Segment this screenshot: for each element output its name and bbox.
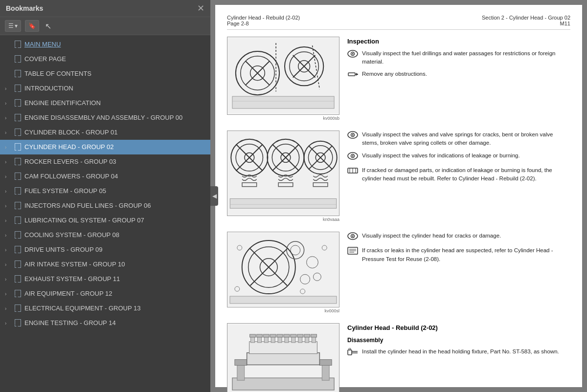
bookmark-label-engine-disassembly: ENGINE DISASSEMBLY AND ASSEMBLY - GROUP … (24, 114, 206, 122)
scraper-icon-svg (347, 70, 358, 78)
menu-icon: ☰ (8, 22, 14, 29)
svg-rect-101 (304, 334, 310, 337)
dropdown-icon: ▾ (15, 22, 18, 29)
section-4-subtitle: Disassembly (347, 336, 570, 345)
header-left: Cylinder Head - Rebuild (2-02) Page 2-8 (227, 15, 300, 26)
img-caption-1: kv000sb (227, 116, 339, 121)
chevron-icon: › (5, 174, 12, 179)
illustration-wrapper-3: kv000sl (227, 232, 339, 313)
bookmark-item-rocker-levers[interactable]: ›ROCKER LEVERS - GROUP 03 (0, 154, 210, 169)
cursor-icon: ↖ (45, 22, 51, 31)
chevron-icon: › (5, 189, 12, 194)
bookmark-label-air-intake: AIR INTAKE SYSTEM - GROUP 10 (24, 261, 206, 269)
bookmark-item-lubricating-oil[interactable]: ›LUBRICATING OIL SYSTEM - GROUP 07 (0, 213, 210, 228)
svg-rect-93 (250, 334, 256, 337)
bookmark-item-exhaust-system[interactable]: ›EXHAUST SYSTEM - GROUP 11 (0, 272, 210, 286)
svg-rect-18 (348, 73, 355, 76)
svg-rect-89 (292, 337, 295, 343)
illustration-1 (227, 37, 339, 115)
bookmark-icon: 🔖 (28, 22, 36, 29)
document-header: Cylinder Head - Rebuild (2-02) Page 2-8 … (227, 15, 570, 30)
bookmark-item-cover-page[interactable]: COVER PAGE (0, 52, 210, 66)
svg-rect-90 (298, 337, 302, 343)
bookmark-item-injectors-fuel-lines[interactable]: ›INJECTORS AND FUEL LINES - GROUP 06 (0, 198, 210, 213)
illustration-3-svg (227, 232, 339, 307)
illustration-wrapper-4: kv010sM (227, 323, 339, 392)
bookmark-item-cylinder-head[interactable]: ›CYLINDER HEAD - GROUP 02 (0, 140, 210, 154)
bookmark-item-table-of-contents[interactable]: TABLE OF CONTENTS (0, 66, 210, 81)
img-caption-2: kn0vaaa (227, 217, 339, 222)
svg-rect-40 (230, 198, 336, 208)
svg-rect-82 (249, 342, 317, 354)
section-2-row-2: Visually inspect the valves for indicati… (347, 152, 570, 162)
bookmarks-list: MAIN MENUCOVER PAGETABLE OF CONTENTS›INT… (0, 35, 210, 392)
svg-rect-67 (230, 296, 337, 304)
sidebar-header: Bookmarks ✕ (0, 0, 210, 17)
illustration-4 (227, 323, 339, 392)
bookmark-item-introduction[interactable]: ›INTRODUCTION (0, 81, 210, 96)
bookmark-item-cylinder-block[interactable]: ›CYLINDER BLOCK - GROUP 01 (0, 125, 210, 140)
header-section: Section 2 - Cylinder Head - Group 02 (482, 15, 570, 21)
chevron-icon: › (5, 277, 12, 282)
bookmark-item-fuel-system[interactable]: ›FUEL SYSTEM - GROUP 05 (0, 184, 210, 198)
section-1-row-2: Remove any obstructions. (347, 70, 570, 81)
bookmark-item-cam-followers[interactable]: ›CAM FOLLOWERS - GROUP 04 (0, 169, 210, 184)
illustration-wrapper-2: kn0vaaa (227, 131, 339, 222)
svg-rect-85 (264, 337, 268, 343)
section-2-text: Visually inspect the valves and valve sp… (347, 131, 570, 187)
bookmark-label-lubricating-oil: LUBRICATING OIL SYSTEM - GROUP 07 (24, 217, 206, 225)
illustration-3 (227, 232, 339, 307)
section-3-para-2: If cracks or leaks in the cylinder head … (362, 246, 570, 263)
section-3-text: Visually inspect the cylinder head for c… (347, 232, 570, 267)
section-2-row-3: If cracked or damaged parts, or indicati… (347, 166, 570, 183)
scraper-icon (347, 70, 358, 81)
svg-rect-95 (263, 334, 269, 337)
svg-rect-103 (348, 350, 352, 355)
sidebar-title: Bookmarks (6, 4, 43, 12)
svg-point-47 (352, 155, 354, 156)
bookmark-label-cam-followers: CAM FOLLOWERS - GROUP 04 (24, 173, 206, 181)
bookmark-item-engine-disassembly[interactable]: ›ENGINE DISASSEMBLY AND ASSEMBLY - GROUP… (0, 110, 210, 125)
bookmark-ribbon-icon (13, 70, 22, 78)
bookmark-item-engine-testing[interactable]: ›ENGINE TESTING - GROUP 14 (0, 316, 210, 330)
collapse-sidebar-button[interactable]: ◀ (210, 186, 218, 206)
svg-rect-52 (227, 233, 339, 306)
bookmark-item-air-intake[interactable]: ›AIR INTAKE SYSTEM - GROUP 10 (0, 257, 210, 272)
doc-section-4: kv010sM Cylinder Head - Rebuild (2-02) D… (227, 323, 570, 392)
bookmark-label-cooling-system: COOLING SYSTEM - GROUP 08 (24, 231, 206, 240)
bookmark-ribbon-icon (13, 187, 22, 195)
bookmark-item-main-menu[interactable]: MAIN MENU (0, 37, 210, 52)
header-title: Cylinder Head - Rebuild (2-02) (227, 15, 300, 21)
hand-icon (347, 348, 358, 358)
note-icon-svg (347, 247, 358, 255)
svg-rect-13 (232, 96, 334, 109)
bookmark-item-air-equipment[interactable]: ›AIR EQUIPMENT - GROUP 12 (0, 286, 210, 301)
chevron-icon: › (5, 321, 12, 326)
bookmark-item-cooling-system[interactable]: ›COOLING SYSTEM - GROUP 08 (0, 228, 210, 242)
section-1-para-2: Remove any obstructions. (362, 70, 427, 78)
illustration-2 (227, 131, 339, 216)
svg-rect-86 (271, 337, 275, 343)
bookmark-label-cylinder-head: CYLINDER HEAD - GROUP 02 (24, 143, 206, 152)
bookmark-ribbon-icon (13, 305, 22, 312)
toolbar-menu-button[interactable]: ☰▾ (5, 20, 21, 32)
bookmark-item-drive-units[interactable]: ›DRIVE UNITS - GROUP 09 (0, 242, 210, 257)
svg-rect-92 (312, 337, 316, 343)
bookmark-ribbon-icon (13, 261, 22, 268)
section-1-title: Inspection (347, 37, 570, 46)
svg-point-17 (352, 53, 354, 54)
bookmark-label-fuel-system: FUEL SYSTEM - GROUP 05 (24, 187, 206, 196)
bookmark-ribbon-icon (13, 319, 22, 327)
chevron-icon: › (5, 218, 12, 223)
bookmark-ribbon-icon (13, 99, 22, 107)
section-3-para-1: Visually inspect the cylinder head for c… (362, 232, 501, 240)
sidebar-close-button[interactable]: ✕ (197, 4, 204, 13)
bookmark-item-electrical-equipment[interactable]: ›ELECTRICAL EQUIPMENT - GROUP 13 (0, 301, 210, 316)
chevron-icon: › (5, 262, 12, 267)
svg-rect-100 (297, 334, 303, 337)
toolbar-bookmark-button[interactable]: 🔖 (25, 20, 39, 32)
svg-rect-80 (319, 360, 332, 366)
section-2-para-3: If cracked or damaged parts, or indicati… (362, 166, 570, 183)
bookmark-item-engine-identification[interactable]: ›ENGINE IDENTIFICATION (0, 96, 210, 110)
svg-rect-94 (256, 334, 262, 337)
